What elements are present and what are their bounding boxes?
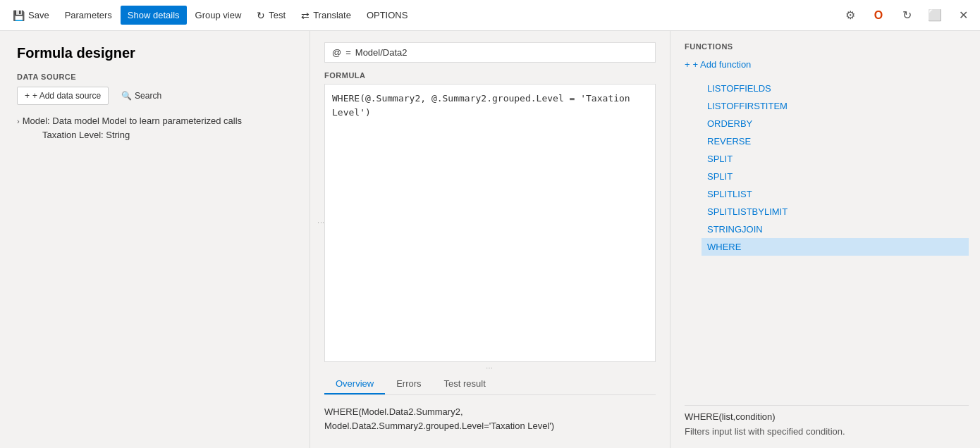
settings-icon[interactable]: ⚙ (839, 4, 862, 27)
maximize-icon[interactable]: ⬜ (924, 4, 946, 27)
add-function-button[interactable]: + + Add function (685, 58, 969, 71)
toolbar: 💾 Save Parameters Show details Group vie… (0, 0, 980, 31)
tree-sub-item-taxation[interactable]: Taxation Level: String (17, 128, 298, 142)
function-signature: WHERE(list,condition) (685, 405, 969, 422)
tab-errors[interactable]: Errors (385, 374, 432, 394)
translate-icon: ⇄ (301, 10, 310, 21)
toolbar-right: ⚙ O ↻ ⬜ ✕ (839, 4, 974, 27)
function-item-where[interactable]: WHERE (702, 238, 969, 256)
left-toolbar: + + Add data source 🔍 Search (17, 87, 298, 105)
page-title: Formula designer (17, 45, 298, 61)
path-value: Model/Data2 (355, 47, 408, 58)
left-panel: Formula designer DATA SOURCE + + Add dat… (0, 31, 310, 448)
search-datasource-button[interactable]: 🔍 Search (114, 87, 169, 105)
translate-button[interactable]: ⇄ Translate (294, 6, 358, 25)
chevron-right-icon: › (17, 117, 20, 125)
group-view-button[interactable]: Group view (188, 6, 249, 25)
function-description: Filters input list with specified condit… (685, 426, 969, 437)
middle-panel: @ = Model/Data2 FORMULA ⋮ ⋯ Overview Err… (310, 31, 670, 448)
office-icon[interactable]: O (867, 4, 890, 27)
add-datasource-button[interactable]: + + Add data source (17, 87, 109, 105)
main-content: Formula designer DATA SOURCE + + Add dat… (0, 31, 980, 448)
formula-result: WHERE(Model.Data2.Summary2, Model.Data2.… (324, 401, 656, 437)
function-item-split[interactable]: SPLIT (702, 150, 969, 168)
formula-path-bar: @ = Model/Data2 (324, 42, 656, 63)
tab-test-result[interactable]: Test result (433, 374, 497, 394)
close-icon[interactable]: ✕ (952, 4, 974, 27)
save-button[interactable]: 💾 Save (6, 6, 56, 25)
right-panel: FUNCTIONS + + Add function LISTOFFIELDSL… (670, 31, 980, 448)
drag-handle-horizontal[interactable]: ⋯ (324, 362, 656, 374)
formula-editor-container: ⋮ (324, 84, 656, 362)
result-line2: Model.Data2.Summary2.grouped.Level='Taxa… (324, 419, 656, 433)
at-symbol: @ (332, 47, 341, 58)
tab-overview[interactable]: Overview (324, 374, 385, 394)
test-button[interactable]: ↻ Test (250, 6, 293, 25)
function-item-stringjoin[interactable]: STRINGJOIN (702, 220, 969, 238)
result-line1: WHERE(Model.Data2.Summary2, (324, 405, 656, 419)
function-item-splitlist[interactable]: SPLITLIST (702, 185, 969, 203)
tree-item-model[interactable]: › Model: Data model Model to learn param… (17, 113, 298, 128)
function-item-reverse[interactable]: REVERSE (702, 132, 969, 150)
parameters-button[interactable]: Parameters (58, 6, 119, 25)
show-details-button[interactable]: Show details (121, 6, 187, 25)
options-button[interactable]: OPTIONS (360, 6, 415, 25)
drag-handle-vertical[interactable]: ⋮ (317, 219, 325, 228)
function-item-split[interactable]: SPLIT (702, 168, 969, 185)
plus-icon: + (25, 91, 30, 101)
functions-section-label: FUNCTIONS (685, 42, 969, 51)
function-item-splitlistbylimit[interactable]: SPLITLISTBYLIMIT (702, 203, 969, 220)
function-item-orderby[interactable]: ORDERBY (702, 115, 969, 132)
formula-editor[interactable] (324, 84, 656, 362)
function-item-listoffields[interactable]: LISTOFFIELDS (702, 80, 969, 97)
functions-list: LISTOFFIELDSLISTOFFIRSTITEMORDERBYREVERS… (685, 80, 969, 399)
refresh-icon[interactable]: ↻ (895, 4, 918, 27)
formula-section-label: FORMULA (324, 71, 656, 80)
datasource-section-label: DATA SOURCE (17, 73, 298, 81)
bottom-tabs: Overview Errors Test result (324, 374, 656, 395)
search-icon: 🔍 (121, 91, 132, 101)
plus-icon: + (685, 59, 690, 70)
test-icon: ↻ (257, 10, 265, 21)
save-icon: 💾 (13, 10, 25, 21)
function-item-listoffirstitem[interactable]: LISTOFFIRSTITEM (702, 97, 969, 115)
